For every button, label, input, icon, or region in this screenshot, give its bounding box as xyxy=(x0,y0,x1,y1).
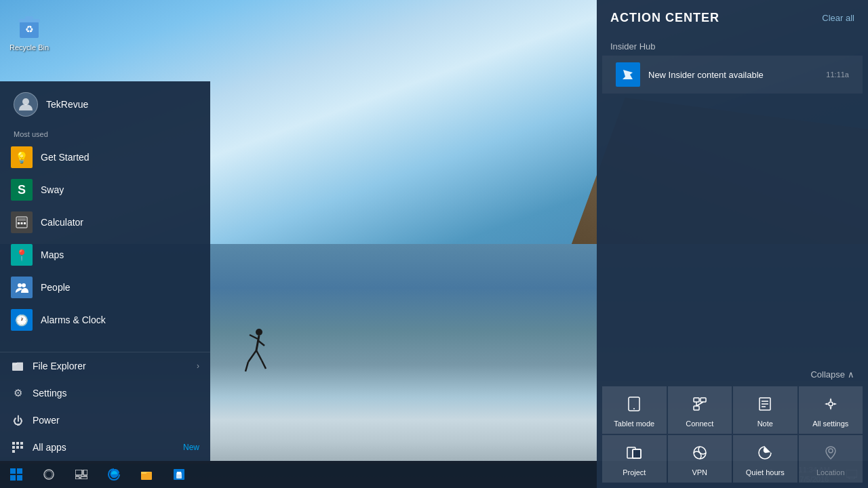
all-apps-badge: New xyxy=(183,443,199,452)
svg-rect-17 xyxy=(24,222,26,224)
svg-point-12 xyxy=(22,98,29,105)
people-icon xyxy=(11,277,33,298)
project-label: Project xyxy=(623,468,646,476)
sway-label: Sway xyxy=(41,184,64,195)
power-button[interactable]: ⏻ Power xyxy=(0,407,210,434)
project-icon xyxy=(626,445,642,464)
svg-rect-10 xyxy=(25,16,33,20)
calculator-icon xyxy=(11,211,33,233)
svg-rect-46 xyxy=(17,468,22,474)
all-apps-label: All apps xyxy=(33,442,66,453)
svg-point-19 xyxy=(22,283,26,287)
task-view-button[interactable] xyxy=(65,461,98,488)
svg-rect-31 xyxy=(701,398,706,402)
cortana-search-button[interactable] xyxy=(33,461,65,488)
connect-label: Connect xyxy=(686,420,713,428)
location-label: Location xyxy=(816,468,845,476)
insider-hub-notification[interactable]: New Insider content available 11:11a xyxy=(602,56,863,94)
maps-label: Maps xyxy=(41,249,64,260)
svg-rect-16 xyxy=(21,222,23,224)
action-center-title: ACTION CENTER xyxy=(610,11,719,25)
runner-silhouette xyxy=(243,327,270,381)
alarms-clock-label: Alarms & Clock xyxy=(41,314,106,325)
action-center-header: ACTION CENTER Clear all xyxy=(597,0,868,30)
svg-line-6 xyxy=(256,350,262,361)
svg-rect-41 xyxy=(633,449,641,458)
sway-icon: S xyxy=(11,179,33,201)
collapse-button[interactable]: Collapse ∧ xyxy=(597,364,868,385)
desktop: ♻ Recycle Bin TekRevue Most used 💡 Get S… xyxy=(0,0,868,488)
svg-rect-30 xyxy=(694,398,699,402)
svg-text:♻: ♻ xyxy=(25,24,34,35)
svg-rect-54 xyxy=(81,476,87,479)
all-apps-button[interactable]: All apps New xyxy=(0,434,210,461)
user-name: TekRevue xyxy=(46,99,88,110)
note-button[interactable]: Note xyxy=(733,386,797,434)
svg-rect-56 xyxy=(141,472,146,474)
start-app-calculator[interactable]: Calculator xyxy=(0,206,210,239)
note-label: Note xyxy=(757,420,773,428)
start-app-maps[interactable]: 📍 Maps xyxy=(0,239,210,271)
svg-point-44 xyxy=(829,449,833,453)
file-explorer-chevron: › xyxy=(197,361,199,371)
svg-line-5 xyxy=(245,362,248,371)
settings-icon: ⚙ xyxy=(11,386,24,400)
svg-line-7 xyxy=(262,361,266,369)
svg-rect-24 xyxy=(12,446,15,449)
collapse-label: Collapse xyxy=(810,369,845,380)
svg-rect-48 xyxy=(17,475,22,481)
svg-rect-45 xyxy=(10,468,16,474)
svg-rect-14 xyxy=(18,218,26,221)
tablet-mode-icon xyxy=(626,396,642,415)
power-label: Power xyxy=(33,415,60,426)
all-apps-icon xyxy=(11,441,24,454)
file-explorer-icon xyxy=(11,359,24,373)
connect-button[interactable]: Connect xyxy=(668,386,732,434)
recycle-bin-icon[interactable]: ♻ Recycle Bin xyxy=(7,7,52,54)
connect-icon xyxy=(692,396,708,415)
file-explorer-button[interactable]: File Explorer › xyxy=(0,352,210,380)
svg-rect-22 xyxy=(16,442,19,445)
get-started-icon: 💡 xyxy=(11,146,33,168)
insider-hub-notif-icon xyxy=(616,62,640,87)
svg-point-50 xyxy=(45,471,52,478)
tablet-mode-button[interactable]: Tablet mode xyxy=(602,386,667,434)
svg-point-29 xyxy=(633,408,635,409)
vpn-label: VPN xyxy=(692,468,707,476)
project-button[interactable]: Project xyxy=(602,435,667,483)
clear-all-button[interactable]: Clear all xyxy=(822,13,854,23)
svg-rect-52 xyxy=(83,470,87,475)
start-menu: TekRevue Most used 💡 Get Started S Sway xyxy=(0,81,210,461)
taskbar-store-button[interactable] xyxy=(163,461,195,488)
start-app-alarms-clock[interactable]: 🕐 Alarms & Clock xyxy=(0,304,210,336)
start-app-get-started[interactable]: 💡 Get Started xyxy=(0,141,210,174)
notifications-list: Insider Hub New Insider content availabl… xyxy=(597,30,868,364)
collapse-chevron-icon: ∧ xyxy=(848,369,854,380)
svg-rect-27 xyxy=(12,450,15,453)
taskbar-edge-button[interactable] xyxy=(98,461,130,488)
svg-rect-20 xyxy=(12,363,23,371)
settings-label: Settings xyxy=(33,388,67,399)
svg-point-0 xyxy=(256,329,262,336)
svg-rect-53 xyxy=(75,476,79,479)
start-app-sway[interactable]: S Sway xyxy=(0,174,210,206)
vpn-button[interactable]: VPN xyxy=(668,435,732,483)
svg-point-18 xyxy=(18,283,22,287)
taskbar-pinned-apps xyxy=(98,461,195,488)
start-app-people[interactable]: People xyxy=(0,271,210,304)
quiet-hours-button[interactable]: Quiet hours xyxy=(733,435,797,483)
start-user-button[interactable]: TekRevue xyxy=(0,81,210,127)
quick-actions-grid: Tablet mode Connect xyxy=(597,385,868,488)
start-button[interactable] xyxy=(0,461,33,488)
all-settings-icon xyxy=(823,396,839,415)
settings-button[interactable]: ⚙ Settings xyxy=(0,380,210,407)
svg-rect-23 xyxy=(20,442,23,445)
svg-point-39 xyxy=(829,402,833,406)
svg-line-4 xyxy=(248,350,256,362)
svg-rect-51 xyxy=(75,470,82,475)
taskbar-file-explorer-button[interactable] xyxy=(130,461,163,488)
tablet-mode-label: Tablet mode xyxy=(614,420,654,428)
location-button[interactable]: Location xyxy=(799,435,863,483)
all-settings-button[interactable]: All settings xyxy=(799,386,863,434)
power-icon: ⏻ xyxy=(11,413,24,427)
